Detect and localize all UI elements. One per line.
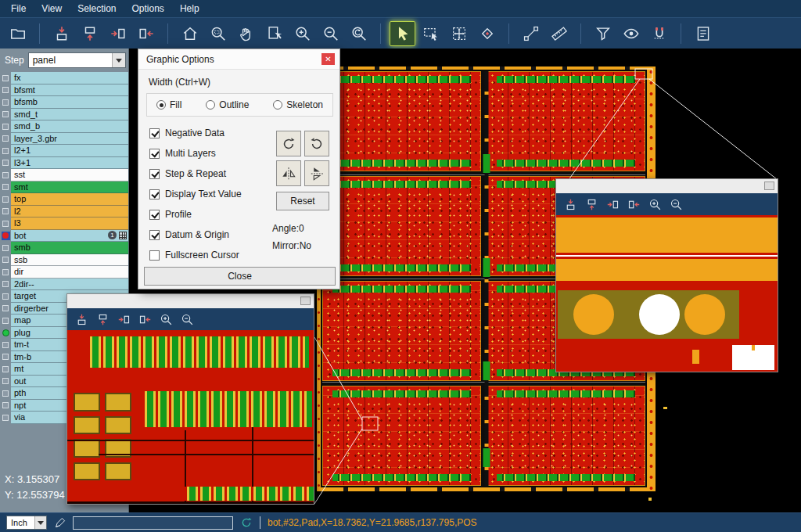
layer-row-l3[interactable]: l3 [0, 217, 128, 230]
layer-row-smd_b[interactable]: smd_b [0, 120, 128, 133]
layer-row-dir[interactable]: dir [0, 266, 128, 279]
step-dropdown-button[interactable] [112, 53, 125, 67]
layer-name[interactable]: ssb [11, 254, 128, 267]
filter-button[interactable] [590, 21, 616, 46]
layer-visibility-checkbox[interactable] [0, 96, 11, 109]
layer-name[interactable]: top [11, 193, 128, 206]
radio-fill[interactable]: Fill [156, 99, 181, 110]
window-control-button[interactable] [300, 297, 311, 305]
layer-visibility-checkbox[interactable] [0, 193, 11, 206]
zoom-window-button[interactable] [205, 21, 231, 46]
mirror-horizontal-button[interactable] [276, 160, 301, 186]
layer-row-top[interactable]: top [0, 193, 128, 206]
layer-row-sst[interactable]: sst [0, 169, 128, 182]
layer-name[interactable]: smd_t [11, 109, 128, 121]
zoom-in-button[interactable] [156, 310, 175, 329]
menu-file[interactable]: File [3, 1, 34, 16]
import-bottom-button[interactable] [93, 310, 112, 329]
refresh-icon[interactable] [240, 516, 253, 529]
layer-visibility-checkbox[interactable] [0, 376, 11, 388]
layer-visibility-checkbox[interactable] [0, 412, 11, 424]
pcb-board[interactable] [487, 386, 645, 486]
magnifier-view-left[interactable] [67, 330, 314, 504]
pcb-board[interactable] [487, 71, 645, 171]
magnifier-titlebar[interactable] [556, 179, 778, 193]
home-view-button[interactable] [177, 21, 203, 46]
layer-row-ssb[interactable]: ssb [0, 254, 128, 267]
pcb-board[interactable] [322, 71, 481, 171]
layer-name[interactable]: bfsmt [11, 84, 128, 97]
layer-name[interactable]: smd_b [11, 120, 128, 133]
layer-visibility-checkbox[interactable] [0, 254, 11, 267]
layer-visibility-checkbox[interactable] [0, 339, 11, 351]
mirror-vertical-button[interactable] [304, 160, 329, 186]
import-right-button[interactable] [133, 21, 159, 46]
layer-name[interactable]: l3+1 [11, 157, 128, 170]
radio-outline[interactable]: Outline [206, 99, 249, 110]
layer-name[interactable]: layer_3.gbr [11, 133, 128, 146]
command-input[interactable] [73, 516, 233, 530]
layer-visibility-checkbox[interactable] [0, 72, 11, 84]
import-left-button[interactable] [114, 310, 133, 329]
layer-visibility-checkbox[interactable] [0, 279, 11, 291]
import-top-button[interactable] [48, 21, 74, 46]
layer-visibility-checkbox[interactable] [0, 242, 11, 254]
magnifier-view-right[interactable] [556, 215, 778, 372]
active-layer-marker[interactable] [0, 230, 11, 243]
net-magnet-button[interactable] [646, 21, 672, 46]
checkbox-multi-layers[interactable]: Multi Layers [149, 148, 216, 159]
layer-visibility-checkbox[interactable] [0, 182, 11, 194]
report-button[interactable] [690, 21, 716, 46]
step-combo[interactable]: panel [28, 52, 126, 68]
layer-visibility-checkbox[interactable] [0, 217, 11, 230]
import-left-button[interactable] [105, 21, 131, 46]
dialog-titlebar[interactable]: Graphic Options ✕ [138, 49, 339, 70]
layer-row-2dir[interactable]: 2dir-- [0, 279, 128, 291]
layer-row-bot[interactable]: bot 1 [0, 230, 128, 243]
layer-row-bfsmt[interactable]: bfsmt [0, 84, 128, 97]
checkbox-profile[interactable]: Profile [149, 209, 192, 220]
window-control-button[interactable] [764, 182, 774, 190]
layer-row-l2[interactable]: l2 [0, 206, 128, 218]
layer-visibility-checkbox[interactable] [0, 157, 11, 170]
pcb-board[interactable] [322, 386, 481, 486]
edit-icon[interactable] [54, 517, 66, 529]
layer-visibility-checkbox[interactable] [0, 363, 11, 376]
rect-select-button[interactable] [418, 21, 444, 46]
layer-visibility-checkbox[interactable] [0, 290, 11, 303]
layer-row-layer_3[interactable]: layer_3.gbr [0, 133, 128, 146]
zoom-out-button[interactable] [318, 21, 343, 46]
layer-visibility-checkbox[interactable] [0, 120, 11, 133]
magnifier-window-right[interactable] [555, 178, 778, 372]
measure-distance-button[interactable] [518, 21, 544, 46]
layer-name[interactable]: l2 [11, 206, 128, 218]
import-top-button[interactable] [561, 195, 580, 214]
layer-row-l2plus1[interactable]: l2+1 [0, 145, 128, 157]
zoom-in-button[interactable] [289, 21, 315, 46]
close-button[interactable]: Close [144, 267, 336, 286]
graphic-options-dialog[interactable]: Graphic Options ✕ Width (Ctrl+W) Fill Ou… [138, 49, 340, 289]
unit-combo[interactable]: Inch [6, 516, 47, 530]
layer-visibility-checkbox[interactable] [0, 169, 11, 182]
pan-button[interactable] [233, 21, 259, 46]
close-icon[interactable]: ✕ [321, 53, 335, 65]
layer-name[interactable]: dir [11, 266, 128, 279]
snap-center-button[interactable] [474, 21, 500, 46]
open-file-button[interactable] [5, 21, 31, 46]
layer-visibility-checkbox[interactable] [0, 84, 11, 97]
magnifier-window-left[interactable] [66, 293, 314, 505]
layer-row-fx[interactable]: fx [0, 72, 128, 84]
layer-visibility-checkbox[interactable] [0, 400, 11, 412]
layer-row-smd_t[interactable]: smd_t [0, 109, 128, 121]
checkbox-negative-data[interactable]: Negative Data [149, 128, 224, 138]
checkbox-datum-origin[interactable]: Datum & Origin [149, 229, 229, 240]
import-right-button[interactable] [624, 195, 643, 214]
layer-visibility-checkbox[interactable] [0, 266, 11, 279]
select-tool-button[interactable] [390, 21, 415, 46]
layer-visibility-checkbox[interactable] [0, 351, 11, 364]
menu-options[interactable]: Options [124, 1, 172, 16]
import-left-button[interactable] [603, 195, 622, 214]
rotate-ccw-button[interactable] [304, 131, 329, 156]
zoom-out-button[interactable] [178, 310, 196, 329]
checkbox-fullscreen-cursor[interactable]: Fullscreen Cursor [149, 250, 239, 261]
